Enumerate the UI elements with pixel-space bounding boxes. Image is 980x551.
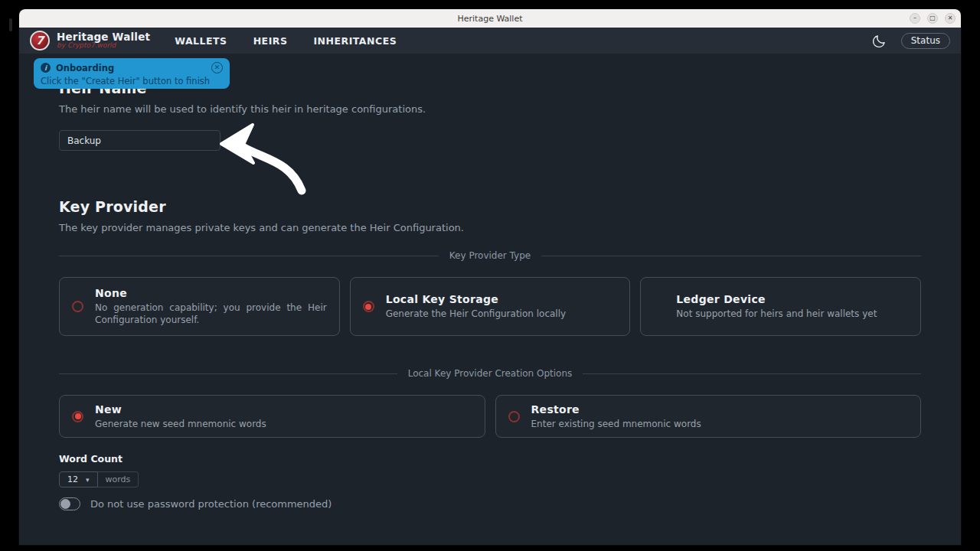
maximize-icon[interactable]: □ xyxy=(927,13,938,24)
radio-none[interactable] xyxy=(72,301,83,312)
screenshot-artifact xyxy=(9,18,12,31)
password-protection-toggle[interactable] xyxy=(59,497,80,510)
word-count-suffix: words xyxy=(98,471,139,487)
form-page: Heir Name The heir name will be used to … xyxy=(19,54,961,545)
option-body: None No generation capability; you provi… xyxy=(95,287,327,326)
main-content: i Onboarding ✕ Click the "Create Heir" b… xyxy=(19,54,961,545)
theme-toggle-button[interactable] xyxy=(871,31,889,50)
window-controls: – □ ✕ xyxy=(910,13,956,24)
option-description: Not supported for heirs and heir wallets… xyxy=(676,308,908,320)
option-title: New xyxy=(95,403,472,416)
nav-right: Status xyxy=(871,31,950,50)
option-title: Restore xyxy=(531,403,909,416)
option-card-local-key-storage[interactable]: Local Key Storage Generate the Heir Conf… xyxy=(350,277,631,336)
password-protection-label: Do not use password protection (recommen… xyxy=(90,498,332,510)
onboarding-tooltip: i Onboarding ✕ Click the "Create Heir" b… xyxy=(34,58,230,89)
onboarding-title: Onboarding xyxy=(56,63,114,73)
word-count-section: Word Count 12 ▾ words xyxy=(59,453,921,487)
nav-links: WALLETS HEIRS INHERITANCES xyxy=(173,32,398,50)
creation-options-divider-label: Local Key Provider Creation Options xyxy=(408,368,573,379)
radio-local-key-storage[interactable] xyxy=(363,301,374,312)
option-card-new[interactable]: New Generate new seed mnemonic words xyxy=(59,395,485,438)
info-icon: i xyxy=(41,63,51,73)
heir-name-section: Heir Name The heir name will be used to … xyxy=(59,80,921,151)
nav-item-heirs[interactable]: HEIRS xyxy=(252,32,289,50)
chevron-down-icon: ▾ xyxy=(86,476,90,484)
key-provider-type-divider-label: Key Provider Type xyxy=(449,250,531,261)
option-title: Local Key Storage xyxy=(386,293,618,305)
onboarding-message: Click the "Create Heir" button to finish xyxy=(41,76,223,86)
key-provider-section: Key Provider The key provider manages pr… xyxy=(59,198,921,510)
status-button[interactable]: Status xyxy=(901,33,950,49)
tooltip-close-icon[interactable]: ✕ xyxy=(211,62,223,73)
heir-name-input[interactable] xyxy=(59,130,220,151)
password-protection-row: Do not use password protection (recommen… xyxy=(59,497,921,510)
crescent-moon-icon xyxy=(872,34,887,48)
heir-name-description: The heir name will be used to identify t… xyxy=(59,103,921,115)
brand-name: Heritage Wallet xyxy=(57,31,150,43)
option-card-restore[interactable]: Restore Enter existing seed mnemonic wor… xyxy=(495,395,922,438)
brand[interactable]: 7 Heritage Wallet by Crypto7.world xyxy=(30,31,150,51)
word-count-group: 12 ▾ words xyxy=(59,471,139,487)
os-titlebar[interactable]: Heritage Wallet – □ ✕ xyxy=(19,9,961,28)
option-description: Generate the Heir Configuration locally xyxy=(386,308,618,320)
brand-text: Heritage Wallet by Crypto7.world xyxy=(57,31,150,51)
option-description: Generate new seed mnemonic words xyxy=(95,418,472,430)
option-body: Local Key Storage Generate the Heir Conf… xyxy=(386,293,618,320)
toggle-knob xyxy=(60,499,70,509)
radio-restore[interactable] xyxy=(508,411,520,422)
creation-options: New Generate new seed mnemonic words Res… xyxy=(59,395,921,438)
key-provider-description: The key provider manages private keys an… xyxy=(59,222,921,233)
word-count-select[interactable]: 12 ▾ xyxy=(59,471,98,487)
window-title: Heritage Wallet xyxy=(457,14,522,24)
app-window: Heritage Wallet – □ ✕ 7 Heritage Wallet … xyxy=(19,9,961,545)
option-title: None xyxy=(95,287,327,299)
option-description: No generation capability; you provide th… xyxy=(95,302,327,326)
key-provider-type-divider: Key Provider Type xyxy=(59,250,921,261)
nav-item-wallets[interactable]: WALLETS xyxy=(173,32,228,50)
brand-logo-icon: 7 xyxy=(30,31,50,51)
key-provider-options: None No generation capability; you provi… xyxy=(59,277,921,336)
onboarding-tooltip-header: i Onboarding ✕ xyxy=(41,62,223,73)
option-body: Restore Enter existing seed mnemonic wor… xyxy=(531,403,909,430)
word-count-value: 12 xyxy=(67,474,78,484)
key-provider-heading: Key Provider xyxy=(59,198,921,215)
option-body: New Generate new seed mnemonic words xyxy=(95,403,472,430)
minimize-icon[interactable]: – xyxy=(910,13,920,24)
radio-new[interactable] xyxy=(72,411,83,422)
option-description: Enter existing seed mnemonic words xyxy=(531,418,909,430)
option-card-ledger-device[interactable]: Ledger Device Not supported for heirs an… xyxy=(640,277,921,336)
option-body: Ledger Device Not supported for heirs an… xyxy=(676,293,908,320)
word-count-label: Word Count xyxy=(59,453,921,465)
creation-options-divider: Local Key Provider Creation Options xyxy=(59,368,921,379)
brand-byline: by Crypto7.world xyxy=(57,42,150,50)
close-icon[interactable]: ✕ xyxy=(945,13,956,24)
app-navbar: 7 Heritage Wallet by Crypto7.world WALLE… xyxy=(19,28,961,54)
nav-item-inheritances[interactable]: INHERITANCES xyxy=(312,32,398,50)
option-card-none[interactable]: None No generation capability; you provi… xyxy=(59,277,340,336)
option-title: Ledger Device xyxy=(676,293,908,305)
